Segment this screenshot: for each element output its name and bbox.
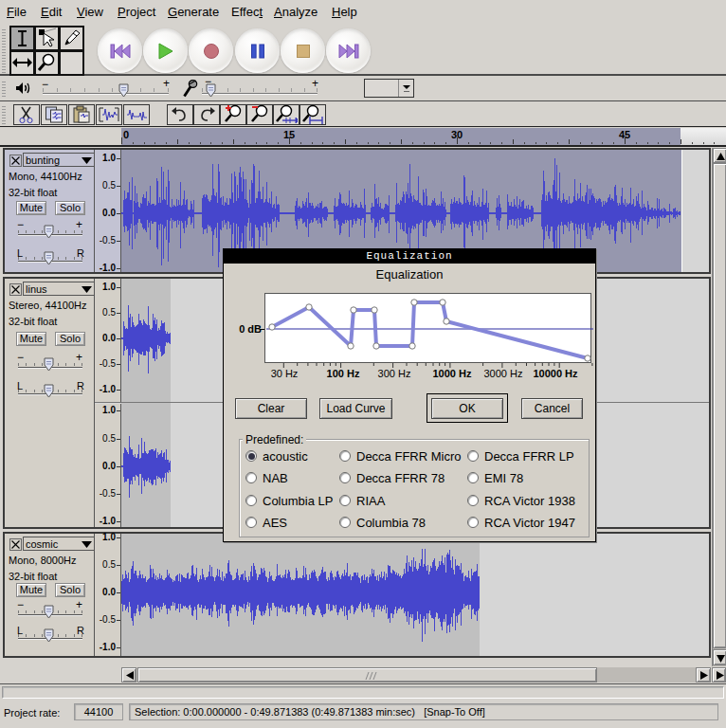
svg-text:15: 15 xyxy=(283,129,295,140)
svg-text:45: 45 xyxy=(619,129,630,140)
svg-text:30: 30 xyxy=(451,129,463,140)
svg-text:0: 0 xyxy=(123,129,129,140)
